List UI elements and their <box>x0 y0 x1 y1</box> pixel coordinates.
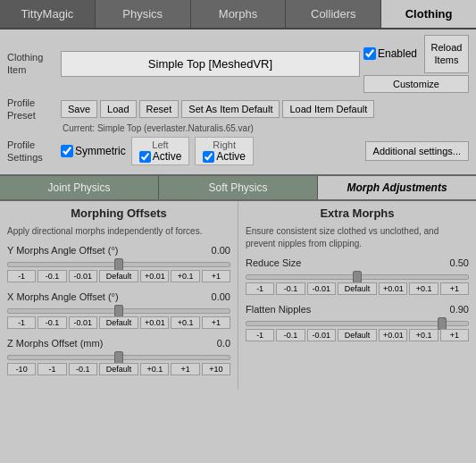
x-morphs-steps: -1 -0.1 -0.01 Default +0.01 +0.1 +1 <box>7 316 230 329</box>
reload-items-button[interactable]: ReloadItems <box>424 35 469 73</box>
fn-step-pos001[interactable]: +0.01 <box>379 329 407 341</box>
flatten-nipples-value: 0.90 <box>442 304 469 315</box>
z-morphs-value: 0.0 <box>204 338 230 349</box>
z-step-pos01[interactable]: +0.1 <box>140 363 169 375</box>
tab-physics[interactable]: Physics <box>96 0 191 28</box>
sub-tab-soft-physics[interactable]: Soft Physics <box>159 176 318 199</box>
z-morphs-steps: -10 -1 -0.1 Default +0.1 +1 +10 <box>7 363 230 375</box>
extra-morphs-col: Extra Morphs Ensure consistent size clot… <box>238 201 476 390</box>
sub-tab-morph-adjustments[interactable]: Morph Adjustments <box>318 176 476 199</box>
y-step-neg1[interactable]: -1 <box>7 270 36 282</box>
z-morphs-slider[interactable] <box>7 355 230 360</box>
fn-step-neg001[interactable]: -0.01 <box>307 329 336 341</box>
flatten-nipples-item: Flatten Nipples 0.90 -1 -0.1 -0.01 Defau… <box>246 304 469 341</box>
sub-tab-joint-physics[interactable]: Joint Physics <box>0 176 159 199</box>
rs-step-neg001[interactable]: -0.01 <box>307 282 336 295</box>
enabled-checkbox[interactable] <box>363 47 376 60</box>
tab-morphs[interactable]: Morphs <box>191 0 287 28</box>
fn-step-default[interactable]: Default <box>338 329 377 341</box>
x-morphs-label-row: X Morphs Angle Offset (°) 0.00 <box>7 291 230 302</box>
symmetric-checkbox[interactable] <box>61 145 73 157</box>
y-step-default[interactable]: Default <box>99 270 138 282</box>
tab-tittymagic[interactable]: TittyMagic <box>0 0 96 28</box>
z-step-default[interactable]: Default <box>99 363 138 375</box>
y-step-pos1[interactable]: +1 <box>202 270 230 282</box>
left-active-label: Active <box>153 150 182 163</box>
tab-clothing[interactable]: Clothing <box>381 0 476 28</box>
clothing-item-label: Clothing Item <box>7 51 61 77</box>
morphing-offsets-col: Morphing Offsets Apply directional morph… <box>0 201 238 390</box>
reduce-size-steps: -1 -0.1 -0.01 Default +0.01 +0.1 +1 <box>246 282 469 295</box>
flatten-nipples-slider[interactable] <box>246 321 469 326</box>
z-morphs-label-row: Z Morphs Offset (mm) 0.0 <box>7 338 230 349</box>
flatten-nipples-label-row: Flatten Nipples 0.90 <box>246 304 469 315</box>
rs-step-pos01[interactable]: +0.1 <box>409 282 438 295</box>
rs-step-default[interactable]: Default <box>338 282 377 295</box>
profile-preset-label: Profile Preset <box>7 97 61 122</box>
enabled-row: Enabled ReloadItems <box>363 35 469 73</box>
extra-morphs-desc: Ensure consistent size clothed vs unclot… <box>246 225 469 250</box>
additional-settings-button[interactable]: Additional settings... <box>365 141 469 161</box>
rs-step-neg01[interactable]: -0.1 <box>276 282 305 295</box>
save-button[interactable]: Save <box>61 100 97 118</box>
morphing-offsets-desc: Apply directional morphs independently o… <box>7 225 230 238</box>
left-active-checkbox[interactable] <box>139 151 151 163</box>
y-step-pos001[interactable]: +0.01 <box>140 270 169 282</box>
z-step-pos10[interactable]: +10 <box>202 363 230 375</box>
fn-step-pos01[interactable]: +0.1 <box>409 329 438 341</box>
clothing-item-name: Simple Top [MeshedVR] <box>61 51 360 77</box>
x-step-pos1[interactable]: +1 <box>202 316 230 329</box>
z-morphs-name: Z Morphs Offset (mm) <box>7 338 103 349</box>
y-morphs-slider[interactable] <box>7 262 230 267</box>
x-step-default[interactable]: Default <box>99 316 138 329</box>
x-step-neg01[interactable]: -0.1 <box>38 316 66 329</box>
set-default-button[interactable]: Set As Item Default <box>181 100 280 118</box>
right-active-label: Active <box>216 150 246 163</box>
profile-settings-row: Profile Settings Symmetric Left Active R… <box>7 137 469 165</box>
load-button[interactable]: Load <box>100 100 136 118</box>
z-step-neg1[interactable]: -1 <box>38 363 66 375</box>
morph-content: Morphing Offsets Apply directional morph… <box>0 201 476 390</box>
rs-step-neg1[interactable]: -1 <box>246 282 274 295</box>
y-morphs-steps: -1 -0.1 -0.01 Default +0.01 +0.1 +1 <box>7 270 230 282</box>
symmetric-label: Symmetric <box>75 145 126 157</box>
y-step-neg001[interactable]: -0.01 <box>69 270 97 282</box>
z-morphs-item: Z Morphs Offset (mm) 0.0 -10 -1 -0.1 Def… <box>7 338 230 375</box>
customize-row: Customize <box>363 75 469 93</box>
reduce-size-value: 0.50 <box>442 257 469 268</box>
rs-step-pos001[interactable]: +0.01 <box>379 282 407 295</box>
z-step-neg10[interactable]: -10 <box>7 363 36 375</box>
x-step-neg001[interactable]: -0.01 <box>69 316 97 329</box>
right-label: Right <box>213 139 236 150</box>
left-active-wrap: Active <box>139 150 182 163</box>
reset-button[interactable]: Reset <box>139 100 180 118</box>
right-active-checkbox[interactable] <box>203 151 214 163</box>
fn-step-pos1[interactable]: +1 <box>440 329 469 341</box>
flatten-nipples-steps: -1 -0.1 -0.01 Default +0.01 +0.1 +1 <box>246 329 469 341</box>
x-step-pos01[interactable]: +0.1 <box>171 316 199 329</box>
top-tab-bar: TittyMagic Physics Morphs Colliders Clot… <box>0 0 476 29</box>
reduce-size-item: Reduce Size 0.50 -1 -0.1 -0.01 Default +… <box>246 257 469 295</box>
tab-colliders[interactable]: Colliders <box>286 0 381 28</box>
customize-button[interactable]: Customize <box>363 75 469 93</box>
x-step-neg1[interactable]: -1 <box>7 316 36 329</box>
x-step-pos001[interactable]: +0.01 <box>140 316 169 329</box>
sub-tab-bar: Joint Physics Soft Physics Morph Adjustm… <box>0 174 476 201</box>
morphing-offsets-title: Morphing Offsets <box>7 206 230 220</box>
y-step-neg01[interactable]: -0.1 <box>38 270 66 282</box>
enabled-label: Enabled <box>378 47 417 60</box>
y-step-pos01[interactable]: +0.1 <box>171 270 199 282</box>
symmetric-checkbox-wrap: Symmetric <box>61 145 126 157</box>
enabled-checkbox-wrap: Enabled <box>363 47 417 60</box>
fn-step-neg1[interactable]: -1 <box>246 329 274 341</box>
main-content: Clothing Item Simple Top [MeshedVR] Enab… <box>0 29 476 174</box>
rs-step-pos1[interactable]: +1 <box>440 282 469 295</box>
z-step-neg01[interactable]: -0.1 <box>69 363 97 375</box>
extra-morphs-title: Extra Morphs <box>246 206 469 220</box>
x-morphs-slider[interactable] <box>7 308 230 314</box>
z-step-pos1[interactable]: +1 <box>171 363 199 375</box>
reduce-size-slider[interactable] <box>246 274 469 280</box>
load-default-button[interactable]: Load Item Default <box>282 100 374 118</box>
fn-step-neg01[interactable]: -0.1 <box>276 329 305 341</box>
clothing-item-row: Clothing Item Simple Top [MeshedVR] Enab… <box>7 35 469 93</box>
